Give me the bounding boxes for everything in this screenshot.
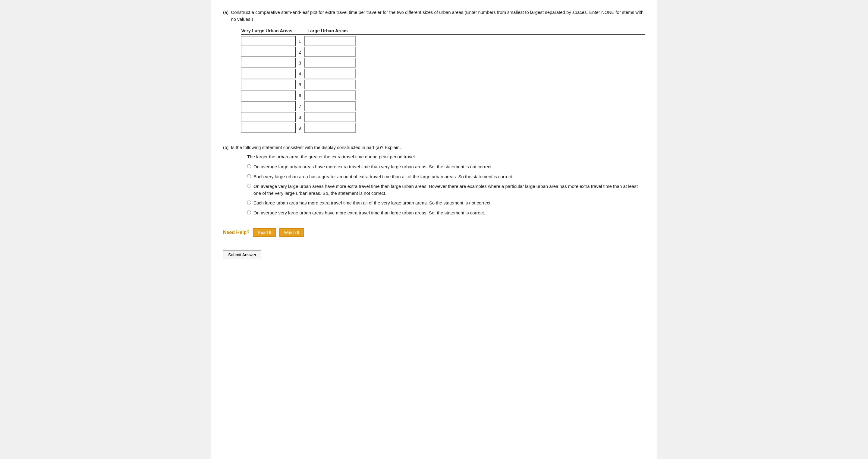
stem-7: 7: [296, 101, 304, 111]
vla-input-9[interactable]: [241, 123, 296, 133]
stem-leaf-headers: Very Large Urban Areas Large Urban Areas: [241, 28, 645, 35]
la-input-4[interactable]: [304, 69, 355, 78]
radio-option-3[interactable]: On average very large urban areas have m…: [247, 183, 645, 197]
submit-section: Submit Answer: [223, 246, 645, 259]
vla-input-5[interactable]: [241, 80, 296, 89]
stem-6: 6: [296, 90, 304, 100]
submit-button[interactable]: Submit Answer: [223, 250, 261, 259]
watch-it-button[interactable]: Watch It: [279, 228, 304, 237]
vla-input-8[interactable]: [241, 112, 296, 122]
vla-input-2[interactable]: [241, 47, 296, 57]
radio-input-5[interactable]: [247, 210, 251, 214]
stem-row-9: 9: [241, 123, 645, 133]
radio-option-1[interactable]: On average large urban areas have more e…: [247, 164, 645, 170]
read-it-button[interactable]: Read It: [253, 228, 276, 237]
la-input-1[interactable]: [304, 36, 355, 46]
stem-2: 2: [296, 47, 304, 57]
stem-9: 9: [296, 123, 304, 133]
part-a-label: (a): [223, 9, 228, 23]
la-input-7[interactable]: [304, 101, 355, 111]
stem-row-5: 5: [241, 80, 645, 89]
radio-label-4: Each large urban area has more extra tra…: [253, 200, 492, 207]
radio-input-1[interactable]: [247, 164, 251, 168]
radio-options: On average large urban areas have more e…: [247, 164, 645, 216]
stem-3: 3: [296, 58, 304, 67]
part-b-text: Is the following statement consistent wi…: [231, 145, 401, 150]
vla-input-3[interactable]: [241, 58, 296, 67]
header-vla: Very Large Urban Areas: [241, 28, 296, 33]
vla-input-1[interactable]: [241, 36, 296, 46]
stem-row-4: 4: [241, 69, 645, 78]
stem-row-2: 2: [241, 47, 645, 57]
la-input-3[interactable]: [304, 58, 355, 67]
stem-leaf-container: Very Large Urban Areas Large Urban Areas…: [241, 28, 645, 133]
part-a-section: (a) Construct a comparative stem-and-lea…: [223, 9, 645, 23]
header-la: Large Urban Areas: [304, 28, 355, 33]
stem-5: 5: [296, 80, 304, 89]
radio-input-4[interactable]: [247, 201, 251, 204]
vla-input-7[interactable]: [241, 101, 296, 111]
la-input-5[interactable]: [304, 80, 355, 89]
la-input-9[interactable]: [304, 123, 355, 133]
radio-label-1: On average large urban areas have more e…: [253, 164, 493, 170]
part-b-label: (b): [223, 145, 228, 150]
radio-label-2: Each very large urban area has a greater…: [253, 173, 513, 180]
radio-label-3: On average very large urban areas have m…: [253, 183, 645, 197]
need-help-label: Need Help?: [223, 230, 250, 235]
la-input-8[interactable]: [304, 112, 355, 122]
part-b-header: (b) Is the following statement consisten…: [223, 145, 645, 150]
statement-quote: The larger the urban area, the greater t…: [247, 154, 645, 159]
stem-4: 4: [296, 69, 304, 78]
stem-8: 8: [296, 112, 304, 122]
part-b-section: (b) Is the following statement consisten…: [223, 145, 645, 216]
radio-input-2[interactable]: [247, 174, 251, 178]
radio-option-5[interactable]: On average very large urban areas have m…: [247, 209, 645, 217]
page-container: (a) Construct a comparative stem-and-lea…: [211, 0, 657, 459]
stem-row-1: 1: [241, 36, 645, 46]
part-a-text: Construct a comparative stem-and-leaf pl…: [231, 9, 645, 23]
stem-row-3: 3: [241, 58, 645, 67]
radio-option-4[interactable]: Each large urban area has more extra tra…: [247, 200, 645, 207]
stem-row-6: 6: [241, 90, 645, 100]
la-input-2[interactable]: [304, 47, 355, 57]
stem-row-8: 8: [241, 112, 645, 122]
radio-input-3[interactable]: [247, 184, 251, 188]
need-help-section: Need Help? Read It Watch It: [223, 228, 645, 237]
stem-1: 1: [296, 36, 304, 46]
stem-row-7: 7: [241, 101, 645, 111]
radio-label-5: On average very large urban areas have m…: [253, 209, 485, 217]
vla-input-6[interactable]: [241, 90, 296, 100]
vla-input-4[interactable]: [241, 69, 296, 78]
la-input-6[interactable]: [304, 90, 355, 100]
radio-option-2[interactable]: Each very large urban area has a greater…: [247, 173, 645, 180]
